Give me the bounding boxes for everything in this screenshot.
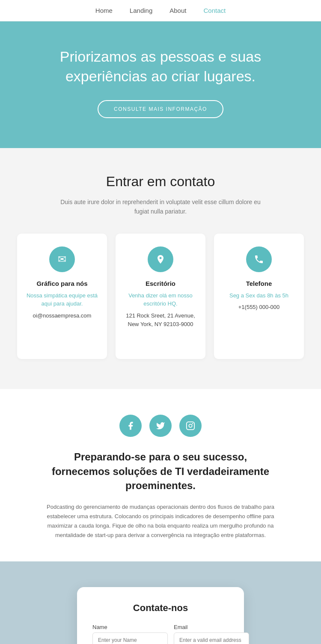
card-office-detail: 121 Rock Sreet, 21 Avenue, New York, NY …	[124, 312, 197, 329]
location-icon	[148, 246, 173, 272]
contact-card-office: Escritório Venha dizer olá em nosso escr…	[116, 234, 205, 359]
card-email-detail: oi@nossaempresa.com	[26, 312, 98, 321]
form-title: Contate-nos	[92, 602, 229, 614]
nav-contact[interactable]: Contact	[203, 7, 226, 14]
name-input[interactable]	[92, 632, 168, 644]
hero-section: Priorizamos as pessoas e suas experiênci…	[0, 21, 321, 148]
card-email-title: Gráfico para nós	[26, 280, 98, 287]
form-section: Contate-nos Name Email Message Gallery	[0, 561, 321, 644]
email-input[interactable]	[174, 632, 249, 644]
form-name-email-row: Name Email	[92, 624, 229, 644]
contact-section-subtitle: Duis aute irure dolor in reprehenderit i…	[54, 197, 268, 217]
social-section: Preparando-se para o seu sucesso, fornec…	[0, 389, 321, 561]
card-email-link: Nossa simpática equipe está aqui para aj…	[26, 291, 98, 308]
nav-landing[interactable]: Landing	[130, 7, 152, 14]
card-phone-link: Seg a Sex das 8h às 5h	[223, 291, 295, 300]
svg-rect-0	[187, 422, 194, 430]
facebook-icon[interactable]	[119, 415, 142, 437]
phone-icon	[246, 246, 272, 272]
email-label: Email	[174, 624, 249, 630]
social-body: Podcasting do gerenciamento de mudanças …	[36, 502, 285, 540]
card-office-link: Venha dizer olá em nosso escritório HQ.	[124, 291, 197, 308]
name-field-group: Name	[92, 624, 168, 644]
svg-point-1	[189, 424, 192, 427]
contact-form-card: Contate-nos Name Email Message Gallery	[77, 587, 244, 644]
contact-card-phone: Telefone Seg a Sex das 8h às 5h +1(555) …	[214, 234, 304, 359]
main-nav: Home Landing About Contact	[0, 0, 321, 21]
email-icon: ✉	[49, 246, 75, 272]
card-office-title: Escritório	[124, 280, 197, 287]
name-label: Name	[92, 624, 168, 630]
hero-cta-button[interactable]: CONSULTE MAIS INFORMAÇÃO	[98, 100, 223, 118]
nav-about[interactable]: About	[169, 7, 186, 14]
instagram-icon[interactable]	[179, 415, 202, 437]
social-icons-row	[26, 415, 295, 437]
contact-info-section: Entrar em contato Duis aute irure dolor …	[0, 148, 321, 389]
contact-cards: ✉ Gráfico para nós Nossa simpática equip…	[17, 234, 304, 359]
email-field-group: Email	[174, 624, 249, 644]
hero-title: Priorizamos as pessoas e suas experiênci…	[34, 47, 287, 86]
nav-home[interactable]: Home	[95, 7, 113, 14]
twitter-icon[interactable]	[149, 415, 172, 437]
card-phone-title: Telefone	[223, 280, 295, 287]
svg-point-2	[193, 424, 193, 424]
card-phone-detail: +1(555) 000-000	[223, 303, 295, 312]
social-heading: Preparando-se para o seu sucesso, fornec…	[49, 450, 272, 493]
contact-section-title: Entrar em contato	[17, 174, 304, 190]
contact-card-email: ✉ Gráfico para nós Nossa simpática equip…	[17, 234, 107, 359]
